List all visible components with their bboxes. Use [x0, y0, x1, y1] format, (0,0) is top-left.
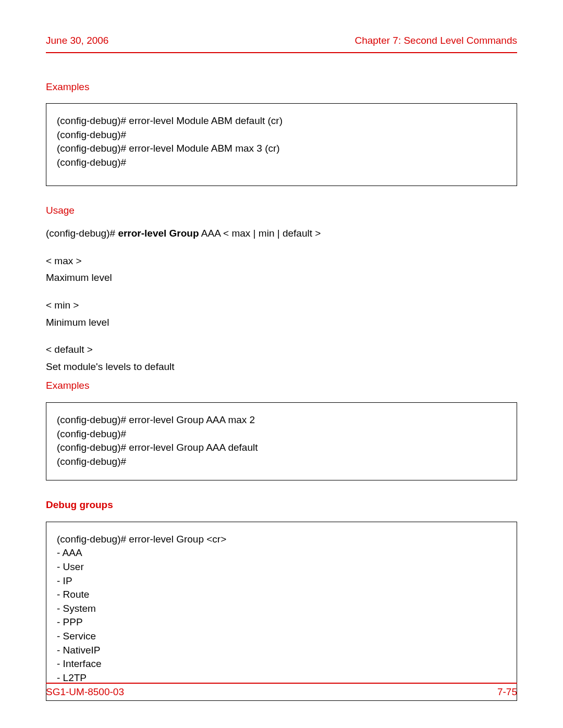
heading-usage: Usage: [46, 204, 517, 218]
heading-examples-1: Examples: [46, 80, 517, 94]
option-max-header: < max >: [46, 254, 517, 268]
usage-bold: error-level Group: [118, 228, 199, 239]
code-box-examples-1: (config-debug)# error-level Module ABM d…: [46, 103, 517, 186]
page-header: June 30, 2006 Chapter 7: Second Level Co…: [46, 34, 517, 53]
usage-suffix: AAA < max | min | default >: [199, 228, 321, 239]
code-box-examples-2: (config-debug)# error-level Group AAA ma…: [46, 402, 517, 480]
usage-syntax-line: (config-debug)# error-level Group AAA < …: [46, 227, 517, 241]
page-footer: SG1-UM-8500-03 7-75: [46, 685, 517, 699]
option-max-desc: Maximum level: [46, 271, 517, 285]
footer-doc-id: SG1-UM-8500-03: [46, 685, 124, 699]
option-default-header: < default >: [46, 343, 517, 357]
option-min-desc: Minimum level: [46, 316, 517, 330]
usage-prefix: (config-debug)#: [46, 228, 118, 239]
header-chapter: Chapter 7: Second Level Commands: [354, 34, 517, 48]
footer-rule: [46, 683, 517, 684]
header-date: June 30, 2006: [46, 34, 108, 48]
code-box-debug-groups: (config-debug)# error-level Group <cr> -…: [46, 522, 517, 701]
heading-examples-2: Examples: [46, 379, 517, 393]
option-default-desc: Set module's levels to default: [46, 360, 517, 374]
option-min-header: < min >: [46, 299, 517, 313]
footer-page-number: 7-75: [497, 685, 517, 699]
heading-debug-groups: Debug groups: [46, 498, 517, 512]
